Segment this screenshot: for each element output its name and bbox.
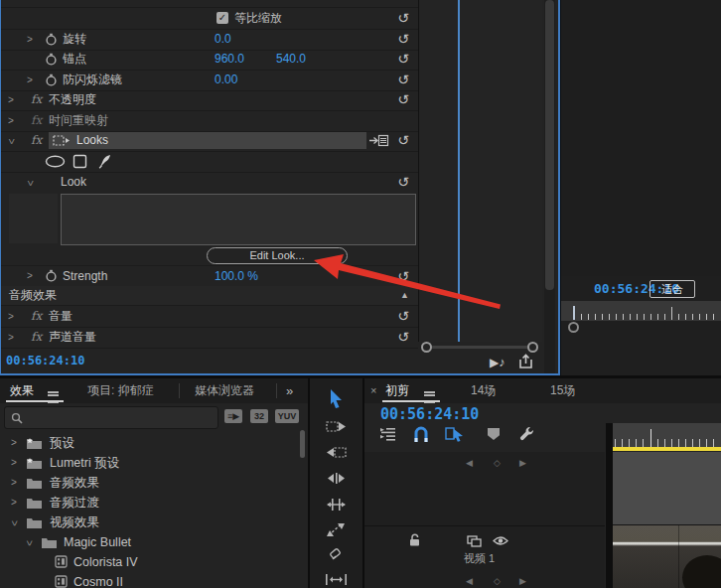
tab-overflow-chevrons[interactable]: » <box>286 378 293 403</box>
monitor-playhead[interactable] <box>573 306 575 320</box>
tab-project[interactable]: 项目: 抑郁症 <box>87 378 154 403</box>
rate-stretch-tool[interactable] <box>327 522 346 537</box>
look-preview-box[interactable] <box>61 194 416 245</box>
effect-controls-timecode[interactable]: 00:56:24:10 <box>6 354 84 368</box>
v2-adjustment-layer-clip[interactable] <box>613 452 721 524</box>
zoom-bar-left-handle[interactable] <box>421 342 432 353</box>
collapse-chevron-icon[interactable]: > <box>4 518 24 528</box>
mini-timeline-playhead[interactable] <box>458 0 460 342</box>
toggle-track-output-eye-icon[interactable] <box>493 535 508 546</box>
timeline-timecode[interactable]: 00:56:24:10 <box>380 405 479 423</box>
tree-item-colorista[interactable]: Colorista IV <box>0 552 296 572</box>
razor-tool[interactable] <box>329 547 344 562</box>
next-keyframe-icon[interactable]: ▶ <box>519 576 526 586</box>
close-sequence-icon[interactable]: × <box>370 378 376 403</box>
add-keyframe-icon[interactable]: ◇ <box>494 576 501 586</box>
32bit-badge[interactable]: 32 <box>250 409 268 423</box>
linked-selection-icon[interactable] <box>445 426 464 442</box>
collapse-section-icon[interactable]: ▲ <box>400 286 409 305</box>
expand-chevron-icon[interactable]: > <box>25 70 35 90</box>
goto-effect-settings-icon[interactable] <box>369 134 389 147</box>
add-marker-icon[interactable] <box>488 428 500 440</box>
timeline-settings-icon[interactable] <box>519 425 536 442</box>
reset-icon[interactable]: ↺ <box>394 89 412 110</box>
effects-search-input[interactable] <box>27 408 216 427</box>
effects-panel-scrollbar[interactable] <box>300 430 305 458</box>
mini-timeline-zoom-bar[interactable] <box>429 346 532 349</box>
expand-chevron-icon[interactable]: > <box>6 110 16 131</box>
next-keyframe-icon[interactable]: ▶ <box>519 458 526 468</box>
effect-controls-mini-timeline[interactable] <box>418 0 542 342</box>
strength-value[interactable]: 100.0 % <box>215 266 258 286</box>
rolling-edit-tool[interactable] <box>326 498 347 512</box>
collapse-chevron-icon[interactable]: > <box>1 137 22 147</box>
reset-icon[interactable]: ↺ <box>394 29 412 50</box>
reset-icon[interactable]: ↺ <box>394 8 412 29</box>
audio-effects-section-header[interactable]: 音频效果 ▲ <box>1 286 418 306</box>
play-clip-audio-icon[interactable]: ▶♪ <box>490 355 505 369</box>
effect-controls-scrollbar[interactable] <box>544 0 555 373</box>
anchor-y-value[interactable]: 540.0 <box>276 49 306 70</box>
tree-item-lumetri-presets[interactable]: > Lumetri 预设 <box>0 453 296 473</box>
reset-icon[interactable]: ↺ <box>394 70 412 90</box>
reset-icon[interactable]: ↺ <box>394 130 412 151</box>
rect-mask-icon[interactable] <box>72 154 87 169</box>
tree-item-audio-transitions[interactable]: > 音频过渡 <box>0 493 296 513</box>
antiflicker-value[interactable]: 0.00 <box>215 70 237 90</box>
expand-chevron-icon[interactable]: > <box>6 89 16 110</box>
collapse-chevron-icon[interactable]: > <box>20 179 41 189</box>
scrollbar-thumb[interactable] <box>545 0 554 290</box>
collapse-chevron-icon[interactable]: > <box>19 538 39 548</box>
stopwatch-icon[interactable] <box>45 33 58 46</box>
export-frame-icon[interactable] <box>518 354 534 369</box>
anchor-x-value[interactable]: 960.0 <box>215 49 244 70</box>
insert-overwrite-sequences-icon[interactable] <box>379 427 396 442</box>
tree-item-presets[interactable]: > 预设 <box>0 433 296 453</box>
timeline-vertical-scrollbar[interactable] <box>606 423 613 588</box>
stopwatch-icon[interactable] <box>45 74 58 86</box>
tree-item-video-effects[interactable]: > 视频效果 <box>0 513 296 532</box>
uniform-scale-checkbox[interactable]: ✓ <box>216 12 228 24</box>
prev-keyframe-icon[interactable]: ◀ <box>466 576 473 586</box>
reset-icon[interactable]: ↺ <box>394 327 412 348</box>
reset-icon[interactable]: ↺ <box>394 172 412 193</box>
track-v1-name[interactable]: 视频 1 <box>464 551 495 566</box>
sync-lock-icon[interactable] <box>467 535 482 547</box>
tree-item-magic-bullet[interactable]: > Magic Bullet <box>0 532 296 552</box>
monitor-scroll-handle[interactable] <box>568 322 579 333</box>
rotation-value[interactable]: 0.0 <box>215 29 231 50</box>
pen-mask-icon[interactable] <box>97 153 114 170</box>
expand-chevron-icon[interactable]: > <box>6 327 16 348</box>
effects-search-box[interactable] <box>4 406 218 429</box>
ripple-edit-tool[interactable] <box>326 472 347 485</box>
tab-media-browser[interactable]: 媒体浏览器 <box>195 378 254 403</box>
snap-icon[interactable] <box>413 426 429 443</box>
expand-chevron-icon[interactable]: > <box>6 306 16 327</box>
track-lock-icon[interactable] <box>409 533 420 546</box>
tree-item-audio-effects[interactable]: > 音频效果 <box>0 473 296 493</box>
accelerated-effects-badge[interactable]: ≡▶ <box>224 409 242 423</box>
prev-keyframe-icon[interactable]: ◀ <box>466 458 473 468</box>
expand-chevron-icon[interactable]: > <box>9 453 19 473</box>
v1-video-clip[interactable] <box>613 525 721 588</box>
zoom-level-select[interactable]: 适合 <box>649 280 695 298</box>
timeline-ruler[interactable] <box>613 423 721 449</box>
program-monitor-ruler[interactable] <box>561 301 721 321</box>
expand-chevron-icon[interactable]: > <box>9 493 19 513</box>
slip-tool[interactable] <box>325 573 348 586</box>
reset-icon[interactable]: ↺ <box>394 49 412 70</box>
add-keyframe-icon[interactable]: ◇ <box>494 458 501 468</box>
tree-item-cosmo[interactable]: Cosmo II <box>0 572 296 588</box>
tab-scene15[interactable]: 15场 <box>550 378 575 403</box>
edit-look-button[interactable]: Edit Look... <box>207 247 348 264</box>
expand-chevron-icon[interactable]: > <box>9 473 19 493</box>
reset-icon[interactable]: ↺ <box>394 306 412 327</box>
looks-effect-row[interactable]: > fx Looks ↺ <box>1 130 418 152</box>
track-select-backward-tool[interactable] <box>326 446 347 459</box>
track-select-forward-tool[interactable] <box>326 420 347 433</box>
expand-chevron-icon[interactable]: > <box>25 266 35 286</box>
stopwatch-icon[interactable] <box>45 53 58 66</box>
reset-icon[interactable]: ↺ <box>394 266 412 286</box>
expand-chevron-icon[interactable]: > <box>9 433 19 453</box>
stopwatch-icon[interactable] <box>45 269 58 282</box>
